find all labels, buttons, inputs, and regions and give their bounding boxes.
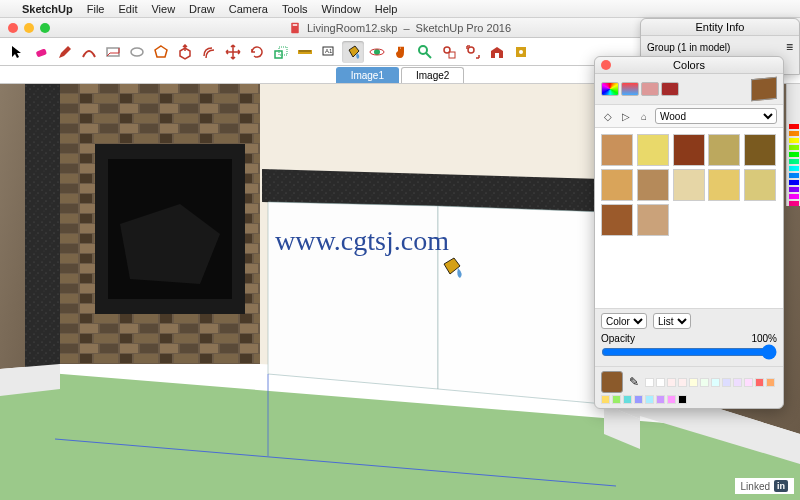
- side-color[interactable]: [789, 173, 799, 178]
- palette-mini[interactable]: [711, 378, 720, 387]
- side-color[interactable]: [789, 201, 799, 206]
- current-color-swatch[interactable]: [601, 371, 623, 393]
- materials-titlebar[interactable]: Colors: [595, 57, 783, 74]
- palette-mini[interactable]: [645, 378, 654, 387]
- color-mode-select[interactable]: Color: [601, 313, 647, 329]
- palette-mini[interactable]: [733, 378, 742, 387]
- material-swatch[interactable]: [673, 169, 705, 201]
- menu-tools[interactable]: Tools: [282, 3, 308, 15]
- menu-edit[interactable]: Edit: [118, 3, 137, 15]
- side-color[interactable]: [789, 187, 799, 192]
- side-color[interactable]: [789, 152, 799, 157]
- pencil-icon[interactable]: [54, 41, 76, 63]
- palette-mini[interactable]: [689, 378, 698, 387]
- svg-marker-5: [155, 46, 167, 57]
- material-swatch[interactable]: [601, 204, 633, 236]
- eyedropper-icon[interactable]: ✎: [629, 375, 639, 389]
- rectangle-icon[interactable]: [102, 41, 124, 63]
- palette-mini[interactable]: [645, 395, 654, 404]
- select-arrow[interactable]: [6, 41, 28, 63]
- material-swatch[interactable]: [601, 169, 633, 201]
- palette-mini[interactable]: [678, 378, 687, 387]
- paint-bucket-icon[interactable]: [342, 41, 364, 63]
- color-wheel-icon[interactable]: [601, 82, 619, 96]
- text-icon[interactable]: A1: [318, 41, 340, 63]
- side-color[interactable]: [789, 124, 799, 129]
- arc-icon[interactable]: [78, 41, 100, 63]
- entity-menu-icon[interactable]: ≡: [786, 40, 793, 54]
- sliders-icon[interactable]: [621, 82, 639, 96]
- maximize-icon[interactable]: [40, 23, 50, 33]
- material-swatch[interactable]: [708, 169, 740, 201]
- move-icon[interactable]: [222, 41, 244, 63]
- palette-mini[interactable]: [634, 395, 643, 404]
- material-swatch[interactable]: [673, 134, 705, 166]
- nav-back-icon[interactable]: ◇: [601, 109, 615, 123]
- palette-icon[interactable]: [641, 82, 659, 96]
- palette-mini[interactable]: [766, 378, 775, 387]
- palette-mini[interactable]: [700, 378, 709, 387]
- material-swatch[interactable]: [601, 134, 633, 166]
- side-color[interactable]: [789, 180, 799, 185]
- material-swatch[interactable]: [708, 134, 740, 166]
- list-mode-select[interactable]: List: [653, 313, 691, 329]
- material-swatch[interactable]: [637, 204, 669, 236]
- eraser-icon[interactable]: [30, 41, 52, 63]
- palette-mini[interactable]: [667, 378, 676, 387]
- orbit-icon[interactable]: [366, 41, 388, 63]
- side-color[interactable]: [789, 138, 799, 143]
- minimize-icon[interactable]: [24, 23, 34, 33]
- nav-forward-icon[interactable]: ▷: [619, 109, 633, 123]
- home-icon[interactable]: ⌂: [637, 109, 651, 123]
- tape-icon[interactable]: [294, 41, 316, 63]
- zoom-extents-icon[interactable]: [462, 41, 484, 63]
- scale-icon[interactable]: [270, 41, 292, 63]
- side-color[interactable]: [789, 166, 799, 171]
- offset-icon[interactable]: [198, 41, 220, 63]
- menu-draw[interactable]: Draw: [189, 3, 215, 15]
- side-color[interactable]: [789, 131, 799, 136]
- zoom-window-icon[interactable]: [438, 41, 460, 63]
- material-swatch[interactable]: [744, 169, 776, 201]
- menu-window[interactable]: Window: [322, 3, 361, 15]
- menu-file[interactable]: File: [87, 3, 105, 15]
- side-color[interactable]: [789, 159, 799, 164]
- side-color[interactable]: [789, 145, 799, 150]
- svg-point-13: [419, 46, 427, 54]
- palette-mini[interactable]: [656, 378, 665, 387]
- menu-view[interactable]: View: [151, 3, 175, 15]
- palette-mini[interactable]: [755, 378, 764, 387]
- circle-icon[interactable]: [126, 41, 148, 63]
- tab-image2[interactable]: Image2: [401, 67, 464, 83]
- material-swatch[interactable]: [637, 134, 669, 166]
- palette-mini[interactable]: [656, 395, 665, 404]
- tab-image1[interactable]: Image1: [336, 67, 399, 83]
- material-swatch[interactable]: [637, 169, 669, 201]
- close-icon[interactable]: [601, 60, 611, 70]
- palette-mini[interactable]: [722, 378, 731, 387]
- palette-mini[interactable]: [678, 395, 687, 404]
- menu-help[interactable]: Help: [375, 3, 398, 15]
- palette-mini[interactable]: [667, 395, 676, 404]
- palette-mini[interactable]: [612, 395, 621, 404]
- app-name[interactable]: SketchUp: [22, 3, 73, 15]
- warehouse-icon[interactable]: [486, 41, 508, 63]
- palette-mini[interactable]: [744, 378, 753, 387]
- zoom-icon[interactable]: [414, 41, 436, 63]
- close-icon[interactable]: [8, 23, 18, 33]
- rotate-icon[interactable]: [246, 41, 268, 63]
- polygon-icon[interactable]: [150, 41, 172, 63]
- side-color[interactable]: [789, 194, 799, 199]
- pan-icon[interactable]: [390, 41, 412, 63]
- palette-mini[interactable]: [623, 395, 632, 404]
- palette-mini[interactable]: [601, 395, 610, 404]
- materials-panel[interactable]: Colors ◇ ▷ ⌂ Wood Color List Opacity 100…: [594, 56, 784, 409]
- extension-icon[interactable]: [510, 41, 532, 63]
- material-swatch[interactable]: [744, 134, 776, 166]
- texture-icon[interactable]: [661, 82, 679, 96]
- menu-camera[interactable]: Camera: [229, 3, 268, 15]
- pushpull-icon[interactable]: [174, 41, 196, 63]
- opacity-slider[interactable]: [601, 344, 777, 360]
- material-category-select[interactable]: Wood: [655, 108, 777, 124]
- mac-menubar: SketchUp File Edit View Draw Camera Tool…: [0, 0, 800, 18]
